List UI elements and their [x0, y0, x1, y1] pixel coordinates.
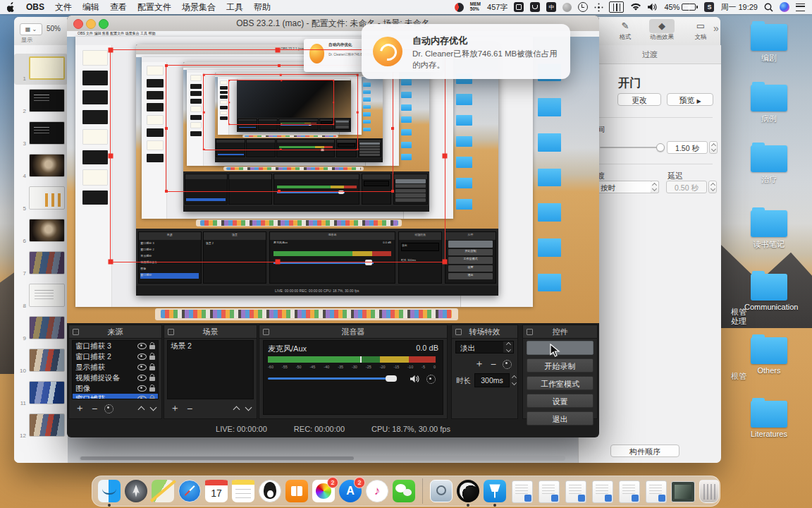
- slide-thumbnail[interactable]: [29, 284, 65, 307]
- delay-stepper[interactable]: [708, 181, 717, 193]
- keynote-view-button[interactable]: ▦ ⌄: [20, 23, 42, 35]
- dock-item-keynote[interactable]: [484, 480, 506, 502]
- controls-panel-title[interactable]: 控件: [523, 325, 597, 339]
- slide-thumbnail[interactable]: [29, 219, 65, 242]
- slide-thumbnail[interactable]: [29, 89, 65, 112]
- build-order-button[interactable]: 构件顺序: [610, 445, 679, 457]
- volume-icon[interactable]: [648, 3, 658, 11]
- menu-item-tools[interactable]: 工具: [226, 1, 243, 13]
- dock-item-minimized-doc-3[interactable]: [564, 480, 586, 502]
- horizontal-scrollbar[interactable]: [79, 456, 565, 461]
- preview-transition-button[interactable]: 预览 ▶: [667, 93, 713, 106]
- word-count-indicator[interactable]: 457字: [487, 2, 508, 13]
- dock-item-itunes[interactable]: [366, 480, 388, 502]
- move-source-up-icon[interactable]: [138, 406, 145, 413]
- dock-item-wechat[interactable]: [393, 480, 415, 502]
- dock-item-minimized-doc-4[interactable]: [591, 480, 613, 502]
- dock-item-screenshot-viewer[interactable]: [430, 480, 453, 502]
- menu-item-scene-collection[interactable]: 场景集合: [182, 1, 216, 13]
- time-machine-icon[interactable]: [578, 2, 588, 12]
- dock-item-trash[interactable]: [698, 480, 720, 502]
- dock-item-finder[interactable]: [98, 480, 121, 502]
- sources-panel-title[interactable]: 来源: [69, 325, 161, 339]
- move-scene-down-icon[interactable]: [245, 404, 252, 411]
- visibility-eye-icon[interactable]: [137, 343, 147, 349]
- keynote-zoom-level[interactable]: 50%: [47, 25, 61, 32]
- slide-thumbnail-row[interactable]: 3: [14, 119, 68, 150]
- source-row[interactable]: 显示捕获: [73, 362, 158, 373]
- move-source-down-icon[interactable]: [150, 404, 157, 411]
- input-app-icon[interactable]: [514, 2, 524, 12]
- dock-item-minimized-doc-5[interactable]: [617, 480, 640, 502]
- source-row[interactable]: 图像: [73, 383, 158, 394]
- dock-item-maps[interactable]: [152, 480, 174, 502]
- source-row[interactable]: 窗口捕获: [73, 394, 158, 399]
- memory-indicator[interactable]: MEM 50%: [470, 2, 481, 12]
- battery-indicator[interactable]: 45%: [664, 3, 698, 11]
- duration-value-field[interactable]: 1.50 秒: [667, 141, 708, 154]
- slide-thumbnail[interactable]: [29, 316, 65, 339]
- mixer-settings-icon[interactable]: [426, 375, 436, 384]
- slide-thumbnail[interactable]: [29, 186, 65, 210]
- duration-slider[interactable]: [600, 147, 660, 148]
- dock-item-safari[interactable]: [178, 480, 201, 502]
- inspector-tab-transition[interactable]: 过渡: [579, 45, 721, 64]
- chinese-input-icon[interactable]: 中: [546, 2, 556, 12]
- proxy-app-icon[interactable]: S: [704, 2, 714, 12]
- folder-label-partial-1[interactable]: 根管 处理: [725, 308, 753, 326]
- folder-label-partial-2[interactable]: 根管: [725, 372, 753, 381]
- spotlight-icon[interactable]: [764, 3, 773, 12]
- remove-scene-button[interactable]: −: [187, 403, 192, 414]
- dock-item-obs[interactable]: [457, 480, 479, 502]
- dropdown-stepper-icon[interactable]: [503, 341, 513, 353]
- slide-thumbnail-row[interactable]: 10: [14, 346, 68, 377]
- transition-properties-icon[interactable]: [503, 360, 512, 369]
- add-scene-button[interactable]: ＋: [170, 402, 180, 415]
- dock-item-minimized-doc-6[interactable]: [644, 480, 667, 502]
- slide-thumbnail-row[interactable]: 4: [14, 151, 68, 182]
- settings-button[interactable]: 设置: [527, 394, 593, 408]
- lock-icon[interactable]: [149, 398, 155, 399]
- lock-icon[interactable]: [149, 377, 155, 381]
- transitions-panel-title[interactable]: 转场特效: [452, 325, 517, 339]
- dock-item-calendar[interactable]: 17: [205, 480, 228, 502]
- slide-thumbnail[interactable]: [29, 154, 65, 177]
- slide-thumbnail[interactable]: [29, 251, 65, 274]
- visibility-eye-icon[interactable]: [137, 375, 147, 381]
- start-recording-button[interactable]: 开始录制: [527, 358, 593, 373]
- apple-menu-icon[interactable]: [7, 2, 16, 12]
- menu-item-help[interactable]: 帮助: [254, 1, 271, 13]
- lock-icon[interactable]: [149, 387, 155, 392]
- slide-thumbnail-row[interactable]: 11: [14, 378, 68, 409]
- scene-row[interactable]: 场景 2: [168, 341, 253, 351]
- desktop-folder[interactable]: 编剧: [744, 24, 794, 64]
- desktop-folder[interactable]: Literatures: [744, 401, 794, 438]
- desktop-folder[interactable]: 读书笔记: [744, 210, 794, 250]
- source-row[interactable]: 窗口捕获 3: [73, 341, 158, 351]
- dock-item-minimized-doc-2[interactable]: [537, 480, 560, 502]
- volume-slider-track[interactable]: [268, 377, 387, 380]
- lock-icon[interactable]: [149, 345, 155, 349]
- dock-item-qq[interactable]: [259, 480, 281, 502]
- add-source-button[interactable]: ＋: [75, 402, 85, 415]
- transition-dropdown[interactable]: 淡出: [455, 341, 514, 353]
- remove-transition-button[interactable]: −: [491, 358, 496, 370]
- slide-thumbnail-row[interactable]: 5: [14, 183, 68, 214]
- visibility-eye-icon[interactable]: [137, 353, 147, 360]
- slide-thumbnail[interactable]: [29, 56, 65, 80]
- display-icon[interactable]: [609, 1, 624, 13]
- menu-clock[interactable]: 周一 19:29: [720, 2, 758, 13]
- siri-icon[interactable]: [780, 2, 789, 12]
- notification-banner[interactable]: 自动内存优化 Dr. Cleaner已释放746.61 MB被微信占用的内存。: [362, 24, 570, 79]
- dr-cleaner-menu-icon[interactable]: [455, 3, 464, 12]
- dock-item-minimized-doc-1[interactable]: [510, 480, 533, 502]
- keynote-tab-format[interactable]: ✎ 格式: [608, 19, 642, 42]
- slide-thumbnail[interactable]: [29, 121, 65, 145]
- slide-thumbnail[interactable]: [29, 349, 65, 372]
- slide-thumbnail[interactable]: [29, 381, 65, 404]
- duration-spinner[interactable]: [510, 373, 518, 387]
- toolbar-overflow-icon[interactable]: »: [713, 23, 719, 34]
- volume-slider-handle[interactable]: [386, 375, 397, 382]
- desktop-folder[interactable]: Others: [744, 337, 794, 375]
- remove-source-button[interactable]: −: [92, 403, 97, 414]
